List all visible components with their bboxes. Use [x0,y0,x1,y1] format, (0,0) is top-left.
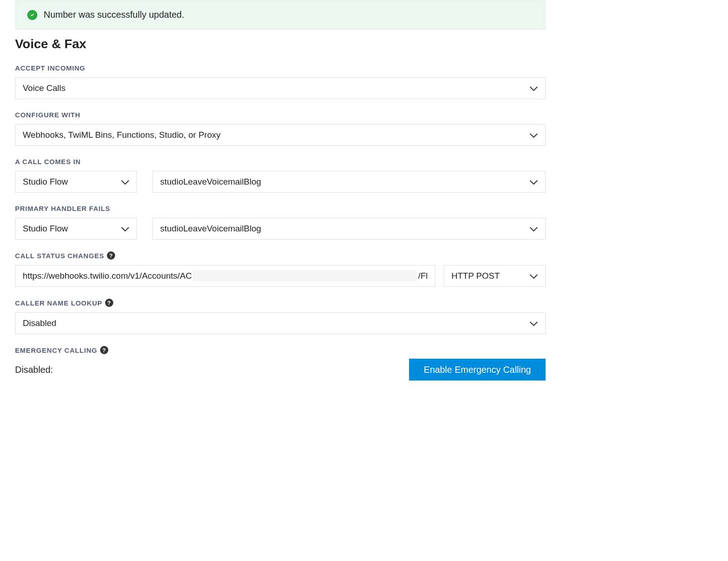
accept-incoming-label: Accept Incoming [15,64,546,72]
emergency-status-text: Disabled: [15,365,53,375]
enable-emergency-calling-button[interactable]: Enable Emergency Calling [409,359,546,381]
call-status-url-input[interactable]: https://webhooks.twilio.com/v1/Accounts/… [15,265,435,287]
help-icon[interactable]: ? [107,251,115,260]
accept-incoming-select[interactable]: Voice Calls [15,77,546,99]
emergency-calling-label: Emergency Calling ? [15,346,546,354]
call-comes-in-label: A Call Comes In [15,158,546,165]
call-comes-in-flow-value: studioLeaveVoicemailBlog [160,177,261,187]
primary-handler-fails-label: Primary Handler Fails [15,205,546,212]
chevron-down-icon [530,177,538,187]
chevron-down-icon [530,318,538,328]
check-circle-icon [27,10,37,20]
primary-handler-value-select[interactable]: studioLeaveVoicemailBlog [152,218,546,240]
primary-handler-type-select[interactable]: Studio Flow [15,218,137,240]
alert-message: Number was successfully updated. [44,10,184,20]
call-comes-in-type-select[interactable]: Studio Flow [15,171,137,193]
chevron-down-icon [121,224,129,234]
call-status-url-suffix: /Fl [418,271,428,281]
chevron-down-icon [530,130,538,140]
chevron-down-icon [530,83,538,93]
call-status-changes-label-text: Call Status Changes [15,252,104,260]
success-alert: Number was successfully updated. [15,0,546,30]
chevron-down-icon [121,177,129,187]
chevron-down-icon [530,224,538,234]
emergency-calling-label-text: Emergency Calling [15,346,97,354]
primary-handler-type-value: Studio Flow [23,224,68,234]
call-status-url-prefix: https://webhooks.twilio.com/v1/Accounts/… [23,271,192,281]
chevron-down-icon [530,271,538,281]
call-comes-in-type-value: Studio Flow [23,177,68,187]
call-comes-in-value-select[interactable]: studioLeaveVoicemailBlog [152,171,546,193]
caller-name-lookup-value: Disabled [23,318,56,328]
section-heading: Voice & Fax [15,37,546,51]
caller-name-lookup-label: Caller Name Lookup ? [15,299,546,307]
help-icon[interactable]: ? [105,299,113,307]
configure-with-value: Webhooks, TwiML Bins, Functions, Studio,… [23,130,221,140]
redacted-segment [193,270,417,281]
help-icon[interactable]: ? [100,346,108,354]
accept-incoming-value: Voice Calls [23,83,66,93]
caller-name-lookup-label-text: Caller Name Lookup [15,299,102,307]
call-status-method-value: HTTP POST [451,271,500,281]
caller-name-lookup-select[interactable]: Disabled [15,312,546,334]
configure-with-label: Configure With [15,111,546,119]
call-status-changes-label: Call Status Changes ? [15,251,546,260]
primary-handler-flow-value: studioLeaveVoicemailBlog [160,224,261,234]
configure-with-select[interactable]: Webhooks, TwiML Bins, Functions, Studio,… [15,124,546,146]
call-status-method-select[interactable]: HTTP POST [444,265,546,287]
